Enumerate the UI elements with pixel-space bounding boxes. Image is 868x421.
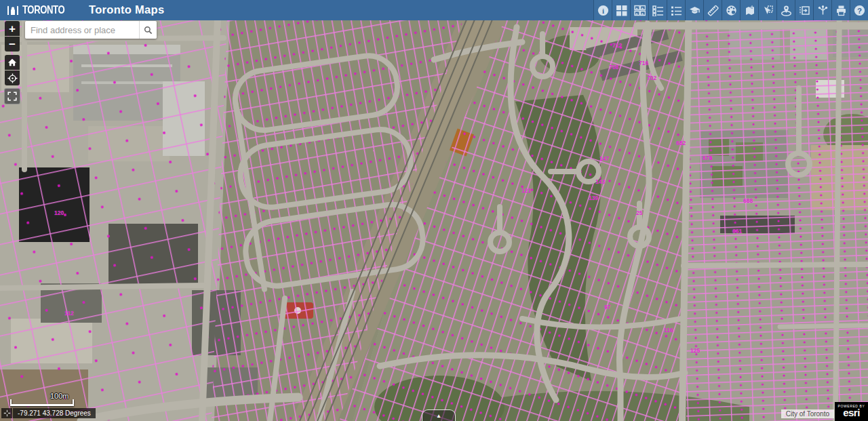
- search-widget: [25, 21, 157, 39]
- basemap-gallery-icon: [634, 5, 646, 16]
- select-button[interactable]: [758, 0, 776, 20]
- esri-logo: Powered by esri: [835, 402, 868, 421]
- svg-text:i: i: [601, 6, 604, 14]
- measure-button[interactable]: [703, 0, 722, 20]
- app-header: TORONTO Toronto Maps i: [0, 0, 868, 20]
- map-canvas[interactable]: [0, 0, 868, 421]
- toronto-city-hall-icon: [6, 4, 20, 16]
- layer-list-button[interactable]: [648, 0, 667, 20]
- share-button[interactable]: [813, 0, 831, 20]
- search-icon: [144, 25, 153, 35]
- coordinates-widget: -79.271 43.728 Degrees: [1, 408, 96, 418]
- coordinates-readout: -79.271 43.728 Degrees: [13, 408, 96, 418]
- basemap-grid-icon: [616, 5, 627, 16]
- map-attribution: City of Toronto: [781, 409, 834, 418]
- select-cursor-icon: [762, 5, 774, 16]
- locate-button[interactable]: [5, 71, 20, 85]
- basemap-button[interactable]: [612, 0, 630, 20]
- add-data-button[interactable]: [740, 0, 758, 20]
- draw-button[interactable]: [722, 0, 740, 20]
- zoom-in-button[interactable]: +: [5, 21, 20, 36]
- legend-icon: [671, 5, 682, 16]
- search-input[interactable]: [25, 21, 139, 39]
- logo-wordmark: TORONTO: [22, 4, 64, 16]
- home-extent-button[interactable]: [5, 55, 20, 70]
- near-me-button[interactable]: [776, 0, 795, 20]
- fullscreen-corners-icon: [7, 92, 17, 101]
- palette-icon: [726, 5, 737, 16]
- chevron-up-icon: ▲: [436, 413, 441, 419]
- esri-wordmark: esri: [835, 408, 868, 418]
- search-button[interactable]: [139, 21, 157, 39]
- help-icon: ?: [854, 5, 865, 16]
- slide-panel-icon: [799, 5, 810, 16]
- coordinate-crosshair-icon: [3, 409, 11, 417]
- crosshair-locate-icon: [7, 73, 18, 83]
- slide-panel-button[interactable]: [795, 0, 813, 20]
- share-icon: [817, 5, 829, 16]
- legend-button[interactable]: [667, 0, 685, 20]
- help-button[interactable]: ?: [850, 0, 868, 20]
- graduation-cap-icon: [689, 5, 701, 16]
- header-toolbar: i: [593, 0, 868, 20]
- info-icon: i: [597, 5, 609, 16]
- ruler-icon: [707, 5, 719, 16]
- basemap-gallery-button[interactable]: [630, 0, 648, 20]
- add-data-icon: [744, 5, 755, 16]
- full-extent-button[interactable]: [4, 88, 20, 104]
- svg-text:?: ?: [856, 6, 861, 14]
- info-button[interactable]: i: [593, 0, 612, 20]
- layer-list-icon: [652, 5, 664, 16]
- attribution-panel-tab[interactable]: ▲: [422, 409, 456, 421]
- location-pin-icon: [781, 5, 792, 16]
- toronto-logo[interactable]: TORONTO: [6, 0, 74, 20]
- schools-button[interactable]: [685, 0, 703, 20]
- coordinates-capture-button[interactable]: [1, 408, 12, 418]
- zoom-out-button[interactable]: −: [5, 37, 20, 52]
- print-button[interactable]: [831, 0, 850, 20]
- toronto-maps-app: 120 112 712 708 716 702 682 678 688 661 …: [0, 0, 868, 421]
- home-icon: [7, 58, 17, 67]
- printer-icon: [835, 5, 847, 16]
- page-title: Toronto Maps: [89, 3, 164, 16]
